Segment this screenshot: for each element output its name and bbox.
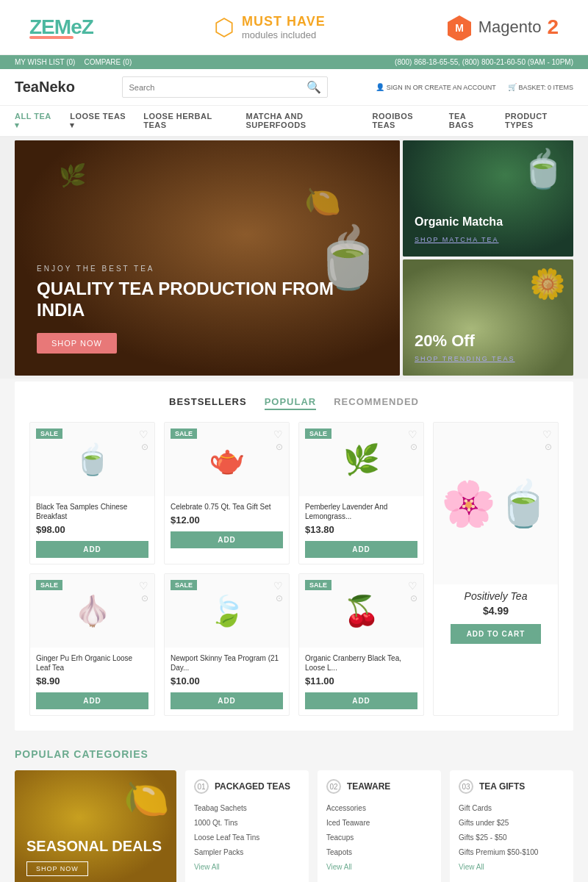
cat-item[interactable]: Gifts under $25 (459, 816, 564, 831)
cat-view-all-1[interactable]: View All (194, 863, 300, 871)
cat-list-title-1: PACKAGED TEAS (215, 781, 290, 792)
cat-item[interactable]: 1000 Qt. Tins (194, 816, 300, 831)
cat-item[interactable]: Teapots (326, 845, 432, 860)
search-input[interactable] (129, 83, 302, 92)
sale-badge-7: SALE (305, 580, 331, 590)
cat-list-items-3: Gift Cards Gifts under $25 Gifts $25 - $… (459, 801, 564, 860)
add-btn-7[interactable]: ADD (305, 692, 417, 709)
tab-popular[interactable]: POPULAR (265, 396, 317, 410)
cat-item[interactable]: Sampler Packs (194, 845, 300, 860)
tab-bestsellers[interactable]: BESTSELLERS (169, 396, 247, 410)
compare-icon-1[interactable]: ⊙ (141, 442, 148, 452)
hero-side-bottom: 🌼 20% Off SHOP TRENDING TEAS (403, 259, 573, 376)
add-btn-5[interactable]: ADD (36, 692, 148, 709)
wishlist-icon-1[interactable]: ♡ (139, 429, 148, 440)
cat-item[interactable]: Gifts $25 - $50 (459, 831, 564, 845)
product-name-2: Celebrate 0.75 Qt. Tea Gift Set (171, 502, 283, 512)
product-price-2: $12.00 (171, 514, 283, 526)
product-card-3: SALE ♡ ⊙ 🌿 Pemberley Lavender And Lemong… (298, 422, 424, 564)
nav-tea-bags[interactable]: TEA BAGS (449, 112, 490, 130)
nav-rooibos[interactable]: ROOIBOS TEAS (373, 112, 434, 130)
product-img-featured: 🌸🍵 (434, 423, 558, 584)
nav-all-tea[interactable]: ALL TEA ▾ (15, 112, 55, 130)
cat-list-packaged: 01 PACKAGED TEAS Teabag Sachets 1000 Qt.… (185, 770, 309, 882)
nav-bar: ALL TEA ▾ LOOSE TEAS ▾ LOOSE HERBAL TEAS… (0, 106, 588, 137)
svg-text:M: M (455, 22, 464, 34)
store-logo[interactable]: TeaNeko (15, 79, 75, 96)
nav-product-types[interactable]: PRODUCT TYPES (505, 112, 573, 130)
sale-badge-2: SALE (171, 429, 197, 439)
cat-item[interactable]: Accessories (326, 801, 432, 816)
hero-shop-now-button[interactable]: SHOP NOW (37, 333, 117, 354)
wishlist-link[interactable]: MY WISH LIST (0) (15, 58, 75, 66)
matcha-title: Organic Matcha (415, 215, 562, 229)
cat-featured-btn[interactable]: SHOP NOW (26, 861, 88, 876)
search-icon[interactable]: 🔍 (306, 80, 321, 94)
compare-icon-3[interactable]: ⊙ (410, 442, 417, 452)
compare-link[interactable]: COMPARE (0) (84, 58, 132, 66)
wishlist-icon-6[interactable]: ♡ (273, 580, 283, 592)
magento-label: Magento (478, 18, 542, 37)
must-have-subtitle: modules included (242, 29, 326, 40)
cat-item[interactable]: Gifts Premium $50-$100 (459, 845, 564, 860)
wishlist-icon-7[interactable]: ♡ (408, 580, 417, 592)
hero-side-top: 🍵 Organic Matcha SHOP MATCHA TEA (403, 140, 573, 257)
add-btn-1[interactable]: ADD (36, 541, 148, 558)
product-name-7: Organic Cranberry Black Tea, Loose L... (305, 653, 417, 673)
product-price-5: $8.90 (36, 675, 148, 686)
wishlist-icon-featured[interactable]: ♡ (542, 429, 552, 440)
basket-link[interactable]: 🛒 BASKET: 0 ITEMS (508, 83, 573, 91)
wishlist-icon-5[interactable]: ♡ (139, 580, 148, 592)
cat-view-all-3[interactable]: View All (459, 863, 564, 871)
cat-view-all-2[interactable]: View All (326, 863, 432, 871)
cat-featured-icon: 🍋 (123, 778, 169, 820)
hexagon-icon: ⬡ (214, 13, 234, 41)
magento-number: 2 (547, 15, 559, 39)
add-btn-3[interactable]: ADD (305, 541, 417, 558)
cat-featured: 🍋 SEASONAL DEALS SHOP NOW (15, 770, 176, 882)
compare-icon-7[interactable]: ⊙ (410, 593, 417, 603)
phone-number: (800) 868-18-65-55, (800) 800-21-60-50 (… (395, 58, 573, 66)
cat-item[interactable]: Teabag Sachets (194, 801, 300, 816)
cat-item[interactable]: Gift Cards (459, 801, 564, 816)
product-card-featured: ♡ ⊙ 🌸🍵 Positively Tea $4.99 ADD TO CART (433, 422, 559, 716)
nav-matcha[interactable]: MATCHA AND SUPERFOODS (245, 112, 357, 130)
compare-icon-featured[interactable]: ⊙ (545, 442, 552, 452)
store-wrapper: MY WISH LIST (0) COMPARE (0) (800) 868-1… (0, 55, 588, 882)
compare-icon-6[interactable]: ⊙ (276, 593, 283, 603)
sign-in-link[interactable]: 👤 SIGN IN OR CREATE AN ACCOUNT (376, 83, 496, 91)
compare-icon-2[interactable]: ⊙ (276, 442, 283, 452)
add-btn-2[interactable]: ADD (171, 531, 283, 548)
nav-loose-teas[interactable]: LOOSE TEAS ▾ (70, 112, 129, 130)
compare-icon-5[interactable]: ⊙ (141, 593, 148, 603)
add-to-cart-btn[interactable]: ADD TO CART (451, 624, 540, 644)
matcha-icon: 🍵 (520, 148, 566, 190)
products-grid: SALE ♡ ⊙ 🍵 Black Tea Samples Chinese Bre… (29, 422, 559, 716)
cat-list-gifts: 03 TEA GIFTS Gift Cards Gifts under $25 … (450, 770, 573, 882)
top-banner: ZEMeZ ⬡ MUST HAVE modules included M Mag… (0, 0, 588, 55)
product-price-6: $10.00 (171, 675, 283, 686)
hero-title: QUALITY TEA PRODUCTION FROM INDIA (37, 279, 378, 321)
hero-subtitle: ENJOY THE BEST TEA (37, 265, 378, 273)
zemes-logo: ZEMeZ (29, 15, 93, 39)
shop-matcha-link[interactable]: SHOP MATCHA TEA (415, 236, 499, 243)
product-name-3: Pemberley Lavender And Lemongrass... (305, 502, 417, 521)
tab-recommended[interactable]: RECOMMENDED (334, 396, 419, 410)
cat-num-3: 03 (459, 779, 473, 794)
categories-grid: 🍋 SEASONAL DEALS SHOP NOW 01 PACKAGED TE… (15, 770, 573, 882)
cat-item[interactable]: Iced Teaware (326, 816, 432, 831)
shop-trending-link[interactable]: SHOP TRENDING TEAS (415, 355, 515, 362)
wishlist-icon-3[interactable]: ♡ (408, 429, 417, 440)
cat-item[interactable]: Teacups (326, 831, 432, 845)
product-card-1: SALE ♡ ⊙ 🍵 Black Tea Samples Chinese Bre… (29, 422, 155, 564)
search-bar[interactable]: 🔍 (122, 76, 328, 98)
must-have-badge: ⬡ MUST HAVE modules included (214, 13, 326, 41)
add-btn-6[interactable]: ADD (171, 692, 283, 709)
cat-item[interactable]: Loose Leaf Tea Tins (194, 831, 300, 845)
flowers-icon: 🌼 (529, 267, 566, 301)
cat-list-items-1: Teabag Sachets 1000 Qt. Tins Loose Leaf … (194, 801, 300, 860)
hero-section: 🍵 🍋 🌿 ENJOY THE BEST TEA QUALITY TEA PRO… (0, 137, 588, 379)
nav-loose-herbal[interactable]: LOOSE HERBAL TEAS (143, 112, 231, 130)
wishlist-icon-2[interactable]: ♡ (273, 429, 283, 440)
hero-side: 🍵 Organic Matcha SHOP MATCHA TEA 🌼 20% O… (403, 140, 573, 376)
